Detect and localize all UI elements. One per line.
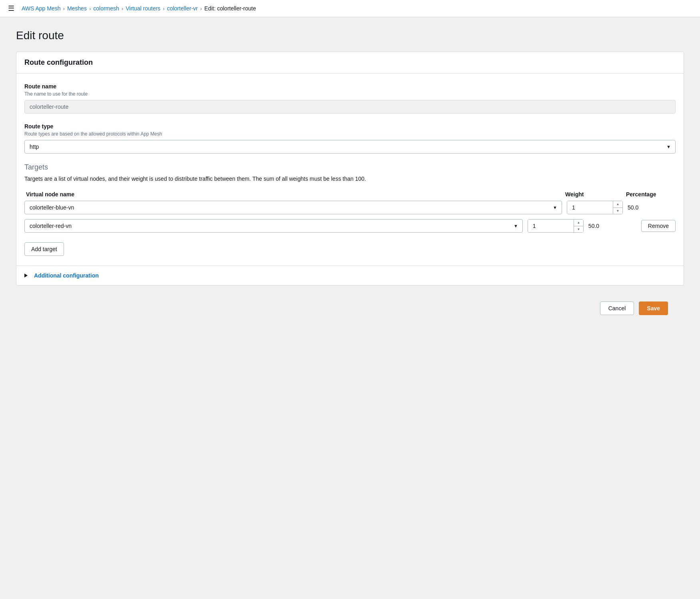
targets-section: Targets Targets are a list of virtual no… bbox=[24, 163, 676, 256]
route-type-select-wrapper: http http2 tcp grpc bbox=[24, 140, 676, 154]
card-header: Route configuration bbox=[16, 52, 684, 74]
table-row: colorteller-blue-vn colorteller-red-vn ▲… bbox=[24, 201, 676, 214]
route-type-description: Route types are based on the allowed pro… bbox=[24, 131, 676, 137]
target-1-weight-wrapper: ▲ ▼ bbox=[567, 201, 623, 214]
col-weight: Weight bbox=[565, 191, 621, 198]
additional-config-toggle-icon bbox=[24, 274, 28, 278]
route-type-label: Route type bbox=[24, 123, 676, 130]
col-percentage: Percentage bbox=[626, 191, 674, 198]
breadcrumb-colormesh[interactable]: colormesh bbox=[93, 5, 119, 12]
breadcrumb-current: Edit: colorteller-route bbox=[204, 5, 256, 12]
target-1-percentage: 50.0 bbox=[628, 204, 676, 211]
target-2-select-wrapper: colorteller-blue-vn colorteller-red-vn bbox=[24, 219, 523, 233]
route-name-label: Route name bbox=[24, 83, 676, 90]
breadcrumb-aws-app-mesh[interactable]: AWS App Mesh bbox=[22, 5, 61, 12]
col-virtual-node: Virtual node name bbox=[26, 191, 560, 198]
target-2-percentage: 50.0 bbox=[588, 223, 636, 229]
cancel-button[interactable]: Cancel bbox=[600, 301, 634, 315]
breadcrumb-sep-5: › bbox=[200, 6, 202, 12]
remove-target-2-button[interactable]: Remove bbox=[641, 220, 676, 232]
page-container: Edit route Route configuration Route nam… bbox=[0, 17, 700, 596]
target-1-virtual-node-select[interactable]: colorteller-blue-vn colorteller-red-vn bbox=[24, 201, 562, 214]
footer-actions: Cancel Save bbox=[16, 294, 684, 323]
target-2-weight-wrapper: ▲ ▼ bbox=[528, 219, 584, 233]
route-type-group: Route type Route types are based on the … bbox=[24, 123, 676, 154]
target-1-select-wrapper: colorteller-blue-vn colorteller-red-vn bbox=[24, 201, 562, 214]
breadcrumb-sep-1: › bbox=[63, 6, 65, 12]
breadcrumb-sep-4: › bbox=[163, 6, 164, 12]
top-bar: ☰ AWS App Mesh › Meshes › colormesh › Vi… bbox=[0, 0, 700, 17]
breadcrumb-sep-2: › bbox=[89, 6, 91, 12]
card-section-title: Route configuration bbox=[24, 58, 93, 66]
route-configuration-card: Route configuration Route name The name … bbox=[16, 52, 684, 286]
route-name-description: The name to use for the route bbox=[24, 91, 676, 97]
target-2-virtual-node-select[interactable]: colorteller-blue-vn colorteller-red-vn bbox=[24, 219, 523, 233]
route-name-group: Route name The name to use for the route bbox=[24, 83, 676, 114]
targets-header: Virtual node name Weight Percentage bbox=[24, 191, 676, 198]
table-row: colorteller-blue-vn colorteller-red-vn ▲… bbox=[24, 219, 676, 233]
route-type-select[interactable]: http http2 tcp grpc bbox=[24, 140, 676, 154]
target-2-weight-down[interactable]: ▼ bbox=[574, 226, 583, 233]
breadcrumb-meshes[interactable]: Meshes bbox=[67, 5, 87, 12]
targets-description: Targets are a list of virtual nodes, and… bbox=[24, 175, 676, 183]
target-2-weight-up[interactable]: ▲ bbox=[574, 220, 583, 226]
route-name-input bbox=[24, 100, 676, 114]
breadcrumb: AWS App Mesh › Meshes › colormesh › Virt… bbox=[22, 5, 256, 12]
save-button[interactable]: Save bbox=[639, 301, 668, 315]
card-body: Route name The name to use for the route… bbox=[16, 74, 684, 266]
targets-section-title: Targets bbox=[24, 163, 676, 172]
page-title: Edit route bbox=[16, 29, 684, 42]
add-target-button[interactable]: Add target bbox=[24, 242, 64, 256]
additional-config-label: Additional configuration bbox=[34, 272, 99, 279]
breadcrumb-sep-3: › bbox=[122, 6, 123, 12]
breadcrumb-colorteller-vr[interactable]: colorteller-vr bbox=[167, 5, 198, 12]
additional-configuration-section[interactable]: Additional configuration bbox=[16, 266, 684, 285]
hamburger-menu-icon[interactable]: ☰ bbox=[8, 4, 14, 13]
target-1-weight-spinners: ▲ ▼ bbox=[613, 201, 622, 214]
target-2-weight-spinners: ▲ ▼ bbox=[574, 220, 583, 232]
target-1-weight-down[interactable]: ▼ bbox=[613, 208, 622, 214]
target-1-weight-up[interactable]: ▲ bbox=[613, 201, 622, 208]
breadcrumb-virtual-routers[interactable]: Virtual routers bbox=[126, 5, 160, 12]
